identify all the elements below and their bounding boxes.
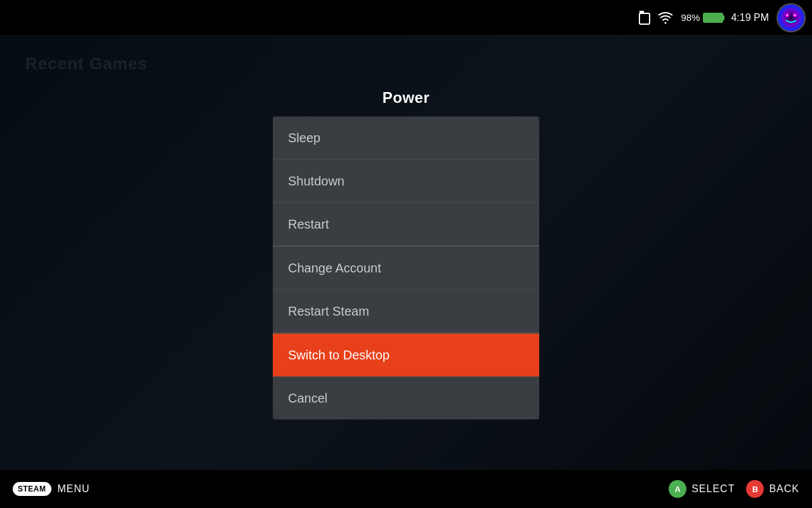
svg-point-3	[778, 5, 804, 30]
svg-point-7	[794, 14, 796, 15]
menu-item-switch-to-desktop[interactable]: Switch to Desktop	[273, 334, 539, 377]
svg-marker-1	[639, 11, 644, 13]
controller-buttons: A SELECT B BACK	[669, 480, 799, 498]
menu-item-sleep[interactable]: Sleep	[273, 117, 539, 160]
svg-point-6	[787, 14, 788, 15]
clock: 4:19 PM	[731, 12, 769, 23]
wifi-icon	[658, 11, 673, 24]
status-bar: 98% 4:19 PM	[0, 0, 812, 35]
a-select-button[interactable]: A SELECT	[669, 480, 735, 498]
back-label: BACK	[769, 483, 799, 495]
svg-point-2	[665, 22, 667, 23]
select-label: SELECT	[691, 483, 735, 495]
sd-card-icon	[639, 11, 650, 25]
battery-container: 98%	[681, 12, 723, 23]
b-back-button[interactable]: B BACK	[746, 480, 799, 498]
menu-container: Sleep Shutdown Restart Change Account Re…	[273, 117, 539, 420]
menu-item-change-account[interactable]: Change Account	[273, 247, 539, 290]
menu-item-restart[interactable]: Restart	[273, 203, 539, 247]
steam-logo[interactable]: STEAM	[13, 482, 51, 496]
btn-a-circle: A	[669, 480, 686, 498]
avatar[interactable]	[776, 3, 806, 32]
menu-label: MENU	[58, 483, 90, 495]
menu-item-restart-steam[interactable]: Restart Steam	[273, 290, 539, 334]
bottom-bar: STEAM MENU A SELECT B BACK	[0, 470, 812, 508]
avatar-face	[778, 4, 804, 31]
power-dialog: Power Sleep Shutdown Restart Change Acco…	[273, 89, 539, 420]
btn-b-circle: B	[746, 480, 764, 498]
menu-item-cancel[interactable]: Cancel	[273, 377, 539, 420]
power-title: Power	[273, 89, 539, 107]
svg-rect-0	[639, 13, 650, 24]
menu-item-shutdown[interactable]: Shutdown	[273, 160, 539, 203]
battery-percent: 98%	[681, 12, 700, 23]
steam-menu-group: STEAM MENU	[13, 482, 90, 496]
